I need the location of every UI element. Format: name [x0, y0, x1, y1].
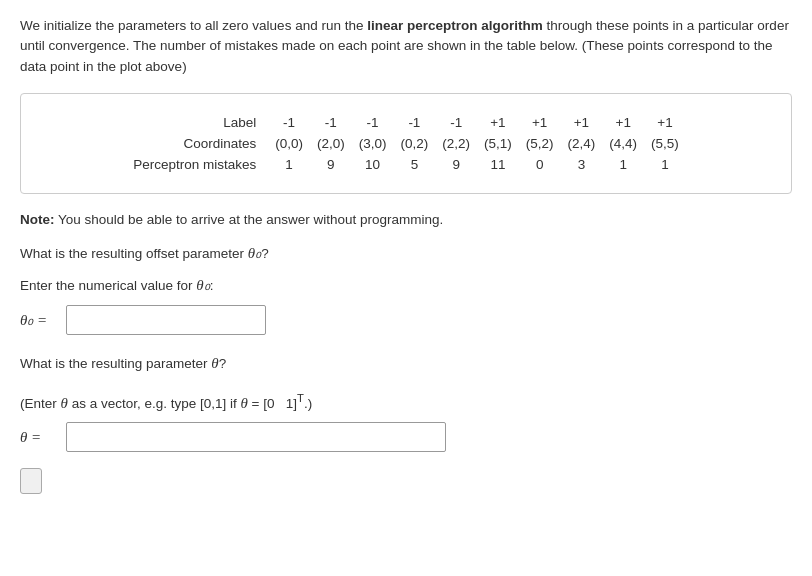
table-cell: (2,2): [435, 133, 477, 154]
table-cell: +1: [477, 112, 519, 133]
table-cell: (5,2): [519, 133, 561, 154]
table-cell: +1: [519, 112, 561, 133]
intro-bold: linear perceptron algorithm: [367, 18, 543, 33]
theta-eq-label: θ =: [20, 429, 60, 446]
note-text: You should be able to arrive at the answ…: [55, 212, 444, 227]
table-row: Label-1-1-1-1-1+1+1+1+1+1: [126, 112, 686, 133]
theta0-symbol-2: θ₀: [196, 277, 209, 293]
table-cell: 11: [477, 154, 519, 175]
theta0-input[interactable]: [66, 305, 266, 335]
theta-symbol: θ: [211, 355, 218, 371]
table-row: Coordinates(0,0)(2,0)(3,0)(0,2)(2,2)(5,1…: [126, 133, 686, 154]
theta-hint-eq: θ: [240, 394, 247, 410]
question2-hint: (Enter θ as a vector, e.g. type [0,1] if…: [20, 389, 792, 415]
table-cell: +1: [561, 112, 603, 133]
table-cell: 5: [394, 154, 436, 175]
submit-row: [20, 468, 792, 494]
table-cell: (2,0): [310, 133, 352, 154]
superscript-T: T: [297, 392, 304, 404]
table-cell: -1: [310, 112, 352, 133]
question1-text: What is the resulting offset parameter θ…: [20, 241, 792, 265]
table-cell: -1: [394, 112, 436, 133]
table-cell: 0: [519, 154, 561, 175]
table-cell: 9: [310, 154, 352, 175]
table-cell: (3,0): [352, 133, 394, 154]
theta-input[interactable]: [66, 422, 446, 452]
table-cell: (5,5): [644, 133, 686, 154]
table-cell: -1: [435, 112, 477, 133]
question2-text: What is the resulting parameter θ?: [20, 351, 792, 375]
table-cell: (5,1): [477, 133, 519, 154]
theta-input-row: θ =: [20, 422, 792, 452]
table-cell: -1: [352, 112, 394, 133]
theta0-symbol: θ₀: [248, 245, 261, 261]
table-cell: 10: [352, 154, 394, 175]
theta0-eq-label: θ₀ =: [20, 311, 60, 329]
intro-text-before: We initialize the parameters to all zero…: [20, 18, 367, 33]
submit-button[interactable]: [20, 468, 42, 494]
table-cell: 1: [602, 154, 644, 175]
table-cell: (0,0): [268, 133, 310, 154]
table-row: Perceptron mistakes191059110311: [126, 154, 686, 175]
table-cell: +1: [602, 112, 644, 133]
question1-enter-label: Enter the numerical value for θ₀:: [20, 273, 792, 297]
note-section: Note: You should be able to arrive at th…: [20, 212, 792, 227]
table-cell: 9: [435, 154, 477, 175]
perceptron-table: Label-1-1-1-1-1+1+1+1+1+1Coordinates(0,0…: [126, 112, 686, 175]
table-row-label: Perceptron mistakes: [126, 154, 268, 175]
theta0-input-row: θ₀ =: [20, 305, 792, 335]
theta-hint-symbol: θ: [61, 394, 68, 410]
table-cell: -1: [268, 112, 310, 133]
table-cell: 1: [268, 154, 310, 175]
table-row-label: Coordinates: [126, 133, 268, 154]
table-cell: (2,4): [561, 133, 603, 154]
note-label: Note:: [20, 212, 55, 227]
table-cell: (0,2): [394, 133, 436, 154]
table-cell: +1: [644, 112, 686, 133]
table-cell: 1: [644, 154, 686, 175]
intro-paragraph: We initialize the parameters to all zero…: [20, 16, 792, 77]
table-cell: (4,4): [602, 133, 644, 154]
data-table-box: Label-1-1-1-1-1+1+1+1+1+1Coordinates(0,0…: [20, 93, 792, 194]
table-cell: 3: [561, 154, 603, 175]
table-row-label: Label: [126, 112, 268, 133]
